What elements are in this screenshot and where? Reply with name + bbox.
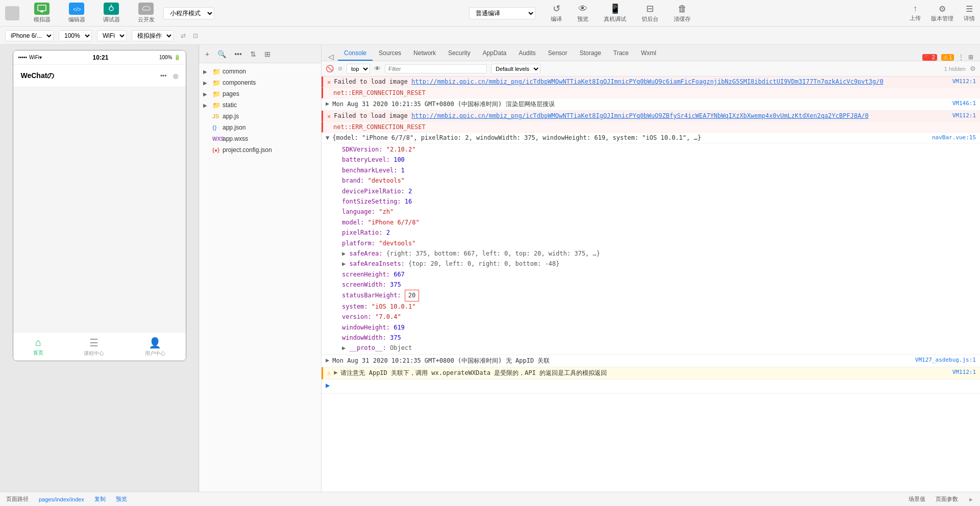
more-icon[interactable]: ••• [232, 49, 244, 59]
tab-wxml[interactable]: Wxml [635, 46, 663, 61]
cloud-btn[interactable]: 云开发 [134, 3, 158, 23]
fullscreen-icon[interactable]: ⊡ [193, 32, 198, 39]
log-toggle-render[interactable]: ▶ [326, 100, 329, 107]
compile-btn[interactable]: ↺ 编译 [551, 3, 562, 23]
tab-sensor[interactable]: Sensor [542, 46, 574, 61]
tab-course[interactable]: ☰ 课程中心 [84, 337, 104, 357]
devtools-back-icon[interactable]: ◁ [324, 53, 338, 61]
tree-item-pages[interactable]: ▶ 📁 pages [199, 88, 321, 99]
error-file-1[interactable]: VM112:1 [952, 78, 976, 85]
detail-btn[interactable]: ☰ 详情 [964, 4, 975, 22]
nav-scan-icon[interactable]: ◎ [173, 72, 178, 80]
tree-item-appjs[interactable]: JS app.js [199, 111, 321, 122]
prop-windowheight: windowHeight: 619 [342, 322, 976, 333]
tab-trace[interactable]: Trace [607, 46, 635, 61]
cut-board-btn[interactable]: ⊟ 切后台 [642, 3, 658, 23]
prop-safeareainsets[interactable]: ▶ safeAreaInsets: {top: 20, left: 0, rig… [342, 259, 976, 269]
clear-cache-btn[interactable]: 🗑 清缓存 [674, 4, 691, 23]
phone-status-left: ••••• WiFi▾ [18, 55, 42, 60]
action-select[interactable]: 模拟操作 [132, 30, 174, 41]
layout-icon[interactable]: ⊞ [262, 49, 273, 59]
page-param-btn[interactable]: 页面参数 [936, 495, 958, 503]
new-file-icon[interactable]: + [203, 49, 211, 59]
tree-item-common[interactable]: ▶ 📁 common [199, 66, 321, 77]
more-actions-icon[interactable]: ⋮ [958, 54, 964, 61]
phone-status-bar: ••••• WiFi▾ 10:21 100% 🔋 [13, 50, 186, 65]
scene-btn[interactable]: 场景值 [909, 495, 925, 503]
debugger-btn[interactable]: 调试器 [99, 3, 124, 23]
error-file-2[interactable]: VM112:1 [952, 112, 976, 119]
tab-storage[interactable]: Storage [574, 46, 607, 61]
object-toggle[interactable]: ▼ [326, 134, 329, 141]
error-link-1[interactable]: http://mmbiz.qpic.cn/mmbiz_png/icTdbpWMQ… [411, 78, 884, 85]
console-output[interactable]: ✕ Failed to load image http://mmbiz.qpic… [322, 77, 980, 492]
prop-proto[interactable]: ▶ __proto__: Object [342, 343, 976, 353]
eye-filter-icon[interactable]: 👁 [374, 65, 381, 72]
search-icon[interactable]: 🔍 [215, 49, 228, 59]
real-device-icon: 📱 [609, 3, 621, 14]
preserve-log-icon[interactable]: ⊘ [338, 65, 342, 72]
error-link-2[interactable]: http://mmbiz.qpic.cn/mmbiz_png/icTdbpWMQ… [411, 112, 869, 119]
path-value[interactable]: pages/index/index [39, 496, 84, 502]
log-toggle-appid[interactable]: ▶ [326, 357, 329, 364]
path-label: 页面路径 [6, 495, 29, 503]
second-toolbar: iPhone 6/... 100% WiFi 模拟操作 ⇄ ⊡ [0, 27, 980, 45]
simulator-btn[interactable]: 模拟器 [30, 3, 54, 23]
tab-network[interactable]: Network [407, 46, 442, 61]
sort-icon[interactable]: ⇅ [248, 49, 258, 59]
popout-icon[interactable]: ⊞ [968, 54, 973, 61]
clear-console-icon[interactable]: 🚫 [326, 65, 334, 72]
tab-console[interactable]: Console [338, 46, 373, 61]
upload-btn[interactable]: ↑ 上传 [910, 4, 921, 22]
warn-toggle-1[interactable]: ▶ [334, 369, 337, 376]
prop-screenheight: screenHeight: 667 [342, 269, 976, 280]
prop-safearea[interactable]: ▶ safeArea: {right: 375, bottom: 667, le… [342, 248, 976, 259]
object-file[interactable]: navBar.vue:15 [932, 134, 976, 141]
settings-icon[interactable]: ⚙ [970, 65, 976, 72]
network-select[interactable]: WiFi [97, 30, 127, 41]
mode-selector-wrapper: 小程序模式 插件模式 [163, 7, 245, 19]
tab-user[interactable]: 👤 用户中心 [145, 337, 165, 357]
version-btn[interactable]: ⚙ 版本管理 [931, 4, 953, 22]
tab-home[interactable]: ⌂ 首页 [33, 337, 43, 357]
warn-file-1[interactable]: VM112:1 [952, 369, 976, 375]
filter-input[interactable] [385, 64, 487, 73]
tree-item-appjson[interactable]: {} app.json [199, 122, 321, 133]
editor-btn[interactable]: </> 编辑器 [64, 3, 89, 23]
svg-rect-1 [40, 11, 43, 12]
zoom-select[interactable]: 100% [59, 30, 92, 41]
compile-select[interactable]: 普通编译 自定义编译 [469, 7, 535, 19]
tree-label-common: common [223, 68, 246, 75]
arrow-common: ▶ [203, 69, 210, 74]
context-select[interactable]: top [347, 64, 370, 74]
tree-item-appwxss[interactable]: WXS app.wxss [199, 133, 321, 144]
resize-handle[interactable]: ► [968, 496, 974, 502]
nav-more-icon[interactable]: ••• [160, 72, 167, 80]
tree-item-projectconfig[interactable]: {●} project.config.json [199, 144, 321, 156]
tree-item-static[interactable]: ▶ 📁 static [199, 99, 321, 111]
preview-btn[interactable]: 👁 预览 [577, 4, 589, 23]
tab-appdata[interactable]: AppData [476, 46, 512, 61]
log-file-appid[interactable]: VM127_asdebug.js:1 [915, 357, 976, 363]
tree-item-components[interactable]: ▶ 📁 components [199, 77, 321, 88]
warn-badge: ⚠ 1 [941, 54, 954, 61]
prop-lang: language: "zh" [342, 207, 976, 217]
nav-actions: ••• ◎ [160, 72, 178, 80]
prop-fontsize: fontSizeSetting: 16 [342, 196, 976, 207]
mode-select[interactable]: 小程序模式 插件模式 [163, 7, 214, 19]
copy-btn[interactable]: 复制 [94, 495, 106, 503]
device-select[interactable]: iPhone 6/... [5, 30, 54, 41]
log-file-render[interactable]: VM146:1 [952, 100, 976, 107]
console-toolbar: 🚫 ⊘ top 👁 Default levels 1 hidden ⚙ [322, 61, 980, 77]
rotate-icon[interactable]: ⇄ [181, 32, 186, 39]
real-device-btn[interactable]: 📱 真机调试 [604, 3, 626, 23]
simulator-icon [34, 3, 50, 15]
prop-statusbarheight: statusBarHeight: 20 [342, 290, 976, 301]
tab-security[interactable]: Security [442, 46, 476, 61]
tab-sources[interactable]: Sources [373, 46, 407, 61]
log-text-render: Mon Aug 31 2020 10:21:35 GMT+0800 (中国标准时… [332, 100, 949, 109]
level-select[interactable]: Default levels [491, 64, 541, 74]
tab-audits[interactable]: Audits [512, 46, 542, 61]
user-avatar[interactable] [5, 6, 19, 20]
preview-bottom-btn[interactable]: 预览 [116, 495, 127, 503]
